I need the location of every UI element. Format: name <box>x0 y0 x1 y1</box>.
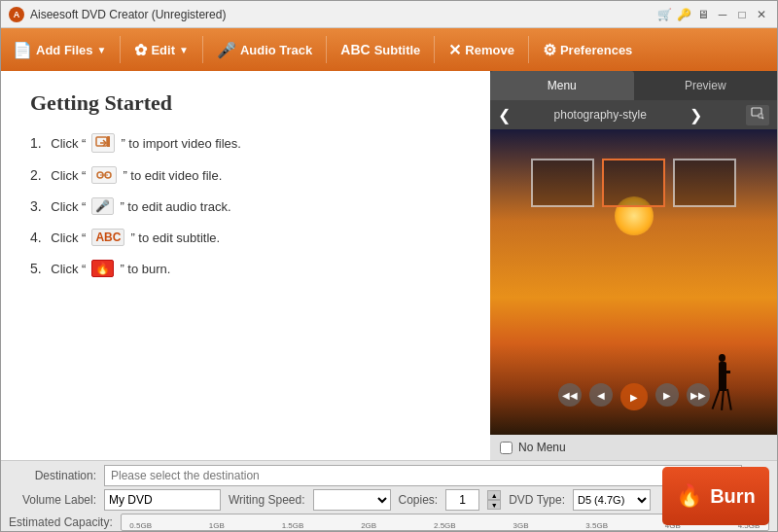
toolbar-separator-1 <box>120 36 121 63</box>
remove-icon: ✕ <box>448 41 461 59</box>
add-files-label: Add Files <box>36 43 93 57</box>
cap-0.5: 0.5GB <box>129 521 152 530</box>
cart-icon[interactable]: 🛒 <box>656 7 672 22</box>
copies-up-button[interactable]: ▲ <box>487 490 501 500</box>
add-files-icon: 📄 <box>13 41 32 59</box>
playback-controls: ◀◀ ◀ ▶ ▶ ▶▶ <box>490 383 777 410</box>
dvd-menu-nav: ❮ photography-style ❯ <box>490 100 777 129</box>
copies-down-button[interactable]: ▼ <box>487 500 501 510</box>
toolbar-separator-4 <box>434 36 435 63</box>
volume-label: Volume Label: <box>9 493 96 507</box>
step-3-suffix: ” to edit audio track. <box>120 199 230 214</box>
edit-style-button[interactable] <box>746 105 769 125</box>
subtitle-button[interactable]: ABC Subtitle <box>333 33 428 66</box>
step-2: 2. Click “ ” to edit video file. <box>30 166 461 184</box>
prev-style-button[interactable]: ❮ <box>498 106 511 124</box>
sunset-background: ◀◀ ◀ ▶ ▶ ▶▶ <box>490 129 777 435</box>
prev-button[interactable]: ◀ <box>589 383 613 407</box>
step-2-prefix: Click “ <box>48 168 87 183</box>
no-menu-checkbox[interactable] <box>500 442 513 454</box>
step-4-prefix: Click “ <box>48 231 87 245</box>
svg-rect-2 <box>107 136 110 147</box>
destination-label: Destination: <box>9 469 96 482</box>
edit-icon: ✿ <box>134 41 147 59</box>
options-row: Volume Label: Writing Speed: Copies: ▲ ▼… <box>9 489 769 511</box>
tab-preview[interactable]: Preview <box>634 71 778 100</box>
add-files-dropdown-icon[interactable]: ▼ <box>97 45 107 55</box>
minimize-button[interactable]: ─ <box>715 7 730 22</box>
import-svg <box>95 135 111 151</box>
main-content: Getting Started 1. Click “ ” to impo <box>1 71 777 460</box>
thumb-1 <box>531 159 594 207</box>
app-logo: A <box>9 7 24 22</box>
toolbar-separator-5 <box>528 36 529 63</box>
toolbar-separator-3 <box>326 36 327 63</box>
step-2-suffix: ” to edit video file. <box>123 168 222 183</box>
edit-svg <box>95 168 113 182</box>
step-1-icon-container <box>89 133 117 153</box>
dvd-type-label: DVD Type: <box>509 493 565 507</box>
step-5: 5. Click “ 🔥 ” to burn. <box>30 260 461 277</box>
key-icon[interactable]: 🔑 <box>676 7 691 22</box>
toolbar: 📄 Add Files ▼ ✿ Edit ▼ 🎤 Audio Track ABC… <box>1 28 777 71</box>
writing-speed-select[interactable] <box>313 489 391 511</box>
audio-track-button[interactable]: 🎤 Audio Track <box>209 33 320 66</box>
audio-track-icon: 🎤 <box>217 41 236 59</box>
thumbnail-row <box>490 159 777 207</box>
next-button[interactable]: ▶ <box>655 383 679 407</box>
play-button[interactable]: ▶ <box>620 383 648 410</box>
tab-menu[interactable]: Menu <box>490 71 634 100</box>
dvd-panel: Menu Preview ❮ photography-style ❯ <box>490 71 777 460</box>
import-video-icon <box>91 133 115 153</box>
step-3: 3. Click “ 🎤 ” to edit audio track. <box>30 197 461 215</box>
edit-video-icon <box>91 166 117 184</box>
burn-button[interactable]: 🔥 Burn <box>662 467 769 525</box>
step-4-suffix: ” to edit subtitle. <box>130 231 220 245</box>
preferences-button[interactable]: ⚙ Preferences <box>535 33 640 66</box>
subtitle-label: Subtitle <box>374 43 421 57</box>
audio-track-step-icon: 🎤 <box>91 197 114 215</box>
rewind-button[interactable]: ◀◀ <box>558 383 582 407</box>
step-2-num: 2. <box>30 167 42 183</box>
cap-3.5: 3.5GB <box>585 521 608 530</box>
steps-list: 1. Click “ ” to import video files. <box>30 133 461 277</box>
burn-flame-icon: 🔥 <box>676 483 702 509</box>
tab-preview-label: Preview <box>685 79 726 92</box>
title-bar: A Aiseesoft DVD Creator (Unregistered) 🛒… <box>1 1 777 28</box>
cap-1: 1GB <box>209 521 225 530</box>
title-bar-left: A Aiseesoft DVD Creator (Unregistered) <box>9 7 226 22</box>
dvd-tabs: Menu Preview <box>490 71 777 100</box>
step-1-num: 1. <box>30 135 42 151</box>
step-4-num: 4. <box>30 230 42 245</box>
subtitle-step-icon: ABC <box>91 229 124 246</box>
add-files-button[interactable]: 📄 Add Files ▼ <box>5 33 114 66</box>
thumb-2[interactable] <box>602 159 665 207</box>
volume-input[interactable] <box>104 489 221 511</box>
copies-label: Copies: <box>399 493 439 507</box>
fast-forward-button[interactable]: ▶▶ <box>687 383 710 407</box>
no-menu-row: No Menu <box>490 435 777 460</box>
monitor-icon[interactable]: 🖥 <box>695 7 711 22</box>
step-4-icon-container: ABC <box>89 229 126 246</box>
destination-input[interactable] <box>104 465 742 486</box>
svg-rect-7 <box>759 114 762 118</box>
audio-track-label: Audio Track <box>240 43 312 57</box>
edit-dropdown-icon[interactable]: ▼ <box>179 45 189 55</box>
dvd-type-select[interactable]: D5 (4.7G) D9 (8.5G) <box>573 489 651 511</box>
toolbar-separator-2 <box>202 36 203 63</box>
next-style-button[interactable]: ❯ <box>690 106 702 124</box>
remove-button[interactable]: ✕ Remove <box>441 33 522 66</box>
estimated-capacity-label: Estimated Capacity: <box>9 515 113 529</box>
step-2-icon-container <box>89 166 119 184</box>
thumb-3 <box>673 159 736 207</box>
close-button[interactable]: ✕ <box>754 7 769 22</box>
step-5-icon-container: 🔥 <box>89 260 116 277</box>
step-5-prefix: Click “ <box>48 262 87 276</box>
step-1: 1. Click “ ” to import video files. <box>30 133 461 153</box>
edit-button[interactable]: ✿ Edit ▼ <box>126 33 195 66</box>
copies-input[interactable] <box>445 489 479 511</box>
no-menu-label: No Menu <box>518 441 566 454</box>
writing-speed-label: Writing Speed: <box>229 493 305 507</box>
edit-label: Edit <box>151 43 175 57</box>
maximize-button[interactable]: □ <box>734 7 750 22</box>
